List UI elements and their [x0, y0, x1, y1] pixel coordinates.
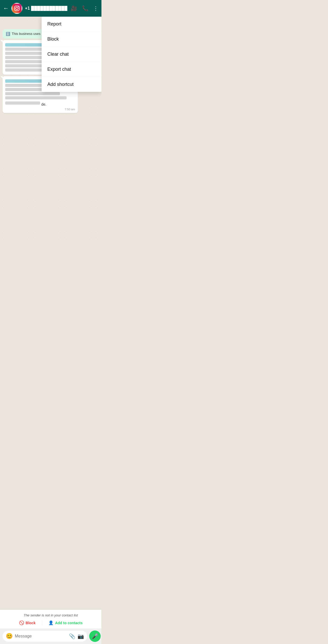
info-icon: ℹ️ [6, 32, 10, 36]
blurred-line-9 [5, 92, 60, 95]
contact-avatar[interactable] [11, 3, 22, 14]
voice-call-icon[interactable]: 📞 [82, 5, 88, 11]
menu-item-block[interactable]: Block [42, 32, 101, 47]
partial-message-text: de. [41, 102, 46, 106]
contact-info[interactable]: +1 ████████████ [25, 6, 68, 11]
context-menu: Report Block Clear chat Export chat Add … [42, 17, 101, 92]
video-call-icon[interactable]: 🎥 [71, 5, 77, 11]
menu-item-export-chat[interactable]: Export chat [42, 62, 101, 77]
blurred-content-2 [5, 79, 47, 83]
contact-name: +1 ████████████ [25, 6, 68, 11]
menu-item-add-shortcut[interactable]: Add shortcut [42, 77, 101, 92]
menu-item-clear-chat[interactable]: Clear chat [42, 47, 101, 62]
blurred-line-11 [5, 101, 40, 105]
chat-header: ← +1 ████████████ 🎥 📞 ⋮ [0, 0, 101, 17]
blurred-line-10 [5, 96, 67, 99]
header-actions: 🎥 📞 ⋮ [71, 5, 98, 11]
back-button[interactable]: ← [3, 5, 9, 12]
menu-item-report[interactable]: Report [42, 17, 101, 32]
svg-point-3 [18, 6, 19, 7]
chat-empty-space [3, 114, 99, 245]
message-timestamp: 7:50 am [5, 108, 75, 111]
more-options-icon[interactable]: ⋮ [93, 5, 98, 11]
svg-rect-0 [12, 4, 22, 13]
business-notice-text: This business uses [12, 32, 41, 36]
